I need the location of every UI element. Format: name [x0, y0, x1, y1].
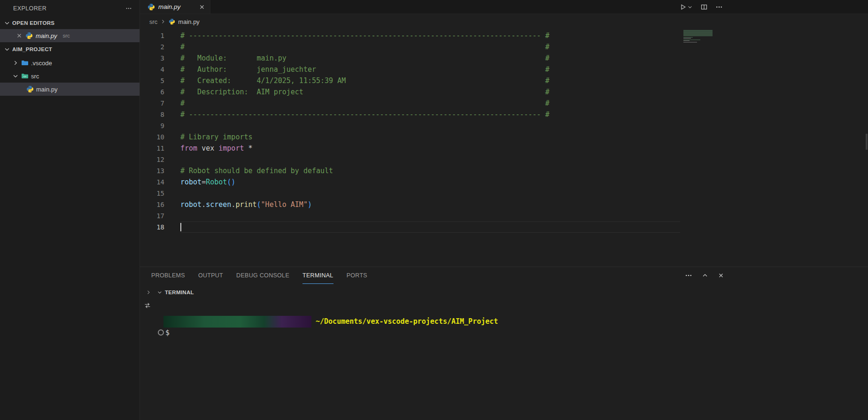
scrollbar-thumb[interactable] [866, 134, 868, 150]
code-line-11[interactable]: 11from vex import * [140, 143, 868, 154]
code-line-16[interactable]: 16robot.screen.print("Hello AIM") [140, 199, 868, 210]
breadcrumb-src[interactable]: src [149, 18, 157, 25]
chevron-down-icon [4, 46, 10, 53]
explorer-more-actions-icon[interactable] [125, 5, 132, 12]
line-number: 4 [140, 64, 164, 75]
tab-label: main.py [158, 3, 180, 10]
code-line-14[interactable]: 14robot=Robot() [140, 176, 868, 188]
code-line-13[interactable]: 13# Robot should be defined by default [140, 165, 868, 176]
chevron-down-icon [157, 290, 163, 295]
explorer-title: EXPLORER [13, 5, 46, 12]
line-number: 16 [140, 199, 164, 210]
line-text: # Library imports [180, 131, 253, 143]
bottom-panel: PROBLEMSOUTPUTDEBUG CONSOLETERMINALPORTS… [140, 267, 868, 420]
folder-vscode-icon [21, 59, 29, 67]
terminal-section-header[interactable]: TERMINAL [140, 287, 194, 298]
code-line-9[interactable]: 9 [140, 120, 868, 131]
breadcrumb-main-py[interactable]: main.py [178, 18, 200, 25]
svg-text:<>: <> [23, 75, 27, 78]
line-number: 2 [140, 41, 164, 53]
sync-icon[interactable] [144, 302, 151, 309]
line-text: # Robot should be defined by default [180, 165, 333, 176]
line-number: 9 [140, 120, 164, 131]
code-line-17[interactable]: 17 [140, 210, 868, 221]
chevron-right-icon [12, 60, 19, 66]
maximize-panel-button[interactable] [702, 272, 708, 279]
python-icon [169, 18, 175, 25]
sidebar-title-row: EXPLORER [0, 0, 140, 17]
tree-item--vscode[interactable]: .vscode [0, 56, 140, 69]
line-number: 15 [140, 188, 164, 199]
panel-tab-terminal[interactable]: TERMINAL [302, 267, 333, 284]
run-python-file-button[interactable] [679, 3, 693, 11]
code-line-8[interactable]: 8# -------------------------------------… [140, 109, 868, 120]
terminal-prompt[interactable]: $ [165, 327, 170, 338]
code-line-2[interactable]: 2# # [140, 41, 868, 53]
line-number: 7 [140, 98, 164, 109]
close-editor-icon[interactable] [16, 32, 23, 39]
code-line-10[interactable]: 10# Library imports [140, 131, 868, 143]
line-number: 13 [140, 165, 164, 176]
close-panel-button[interactable] [718, 272, 724, 279]
open-editor-label: main.py [36, 32, 57, 39]
project-label: AIM_PROJECT [12, 46, 52, 52]
panel-tab-output[interactable]: OUTPUT [198, 267, 223, 284]
editor-more-actions-button[interactable] [715, 3, 723, 11]
line-number: 5 [140, 75, 164, 86]
split-editor-button[interactable] [700, 3, 708, 11]
command-decoration-circle-icon[interactable] [158, 329, 164, 336]
open-editor-item-main-py[interactable]: main.py src [0, 29, 140, 42]
code-editor[interactable]: 1# -------------------------------------… [140, 29, 868, 267]
panel-actions [685, 267, 724, 284]
line-number: 6 [140, 86, 164, 98]
explorer-sidebar: EXPLORER OPEN EDITORS main.py src AIM_PR… [0, 0, 140, 420]
code-line-12[interactable]: 12 [140, 154, 868, 165]
line-text: # Module: main.py # [180, 53, 550, 64]
tree-item-label: main.py [36, 86, 58, 93]
terminal-banner-image [163, 316, 311, 328]
chevron-right-icon[interactable] [146, 290, 151, 295]
code-line-1[interactable]: 1# -------------------------------------… [140, 30, 868, 41]
python-icon [25, 32, 33, 39]
editor-actions [679, 0, 723, 14]
line-number: 12 [140, 154, 164, 165]
line-text: from vex import * [180, 143, 253, 154]
line-number: 3 [140, 53, 164, 64]
panel-tab-ports[interactable]: PORTS [347, 267, 367, 284]
code-line-4[interactable]: 4# Author: jenna_juechter # [140, 64, 868, 75]
current-line-highlight [180, 221, 680, 233]
code-line-18[interactable]: 18 [140, 221, 868, 233]
chevron-down-icon [12, 73, 19, 79]
tab-main-py[interactable]: main.py [140, 0, 210, 14]
code-line-7[interactable]: 7# # [140, 98, 868, 109]
project-section-header[interactable]: AIM_PROJECT [0, 42, 140, 56]
panel-more-actions-button[interactable] [685, 272, 692, 279]
play-icon [679, 3, 687, 11]
code-line-6[interactable]: 6# Description: AIM project # [140, 86, 868, 98]
code-line-15[interactable]: 15 [140, 188, 868, 199]
python-icon [26, 85, 34, 93]
python-icon [147, 3, 155, 11]
editor-tab-bar: main.py [140, 0, 868, 14]
text-cursor [180, 223, 181, 231]
panel-tab-debug-console[interactable]: DEBUG CONSOLE [236, 267, 289, 284]
tree-item-main-py[interactable]: main.py [0, 83, 140, 96]
open-editors-section-header[interactable]: OPEN EDITORS [0, 17, 140, 29]
chevron-down-icon [687, 4, 693, 10]
code-line-5[interactable]: 5# Created: 4/1/2025, 11:55:39 AM # [140, 75, 868, 86]
line-number: 17 [140, 210, 164, 221]
panel-tab-problems[interactable]: PROBLEMS [151, 267, 185, 284]
line-text: # Author: jenna_juechter # [180, 64, 550, 75]
minimap[interactable] [683, 30, 715, 45]
tree-item-label: src [31, 73, 39, 80]
breadcrumb: src main.py [140, 14, 868, 29]
line-text: # Created: 4/1/2025, 11:55:39 AM # [180, 75, 550, 86]
line-text: # # [180, 41, 550, 53]
tree-item-src[interactable]: <>src [0, 69, 140, 83]
line-number: 11 [140, 143, 164, 154]
terminal-section-label: TERMINAL [165, 290, 194, 295]
line-number: 1 [140, 30, 164, 41]
close-tab-icon[interactable] [199, 4, 205, 10]
code-line-3[interactable]: 3# Module: main.py # [140, 53, 868, 64]
line-text: # # [180, 98, 550, 109]
